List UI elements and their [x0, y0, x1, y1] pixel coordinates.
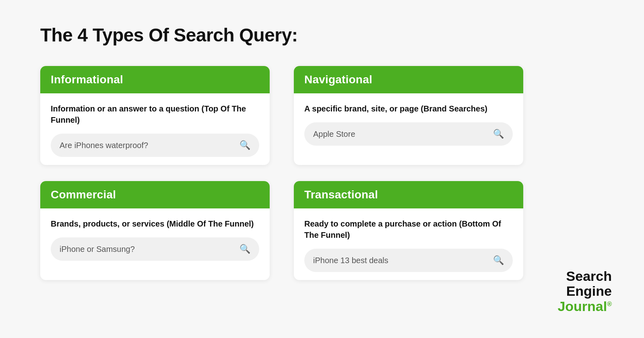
card-header-title-transactional: Transactional	[304, 188, 378, 201]
card-header-informational: Informational	[40, 66, 270, 93]
search-icon-navigational: 🔍	[493, 129, 504, 139]
card-description-navigational: A specific brand, site, or page (Brand S…	[304, 103, 513, 114]
card-informational: Informational Information or an answer t…	[40, 66, 270, 165]
search-box-informational[interactable]: Are iPhones waterproof? 🔍	[51, 134, 259, 157]
card-body-transactional: Ready to complete a purchase or action (…	[294, 208, 523, 280]
card-commercial: Commercial Brands, products, or services…	[40, 181, 270, 280]
search-query-informational: Are iPhones waterproof?	[60, 141, 148, 150]
search-box-navigational[interactable]: Apple Store 🔍	[304, 122, 513, 146]
card-transactional: Transactional Ready to complete a purcha…	[294, 181, 523, 280]
card-header-navigational: Navigational	[294, 66, 523, 93]
page-title: The 4 Types Of Search Query:	[40, 24, 523, 46]
search-query-commercial: iPhone or Samsung?	[60, 245, 135, 254]
logo-line2: Engine	[557, 284, 612, 299]
search-query-transactional: iPhone 13 best deals	[313, 256, 388, 265]
card-body-commercial: Brands, products, or services (Middle Of…	[40, 208, 270, 269]
card-description-informational: Information or an answer to a question (…	[51, 103, 259, 126]
search-icon-transactional: 🔍	[493, 255, 504, 266]
search-query-navigational: Apple Store	[313, 130, 355, 139]
card-header-title-navigational: Navigational	[304, 73, 372, 86]
search-box-transactional[interactable]: iPhone 13 best deals 🔍	[304, 249, 513, 272]
card-header-title-informational: Informational	[51, 73, 123, 86]
brand-logo: Search Engine Journal®	[557, 269, 612, 314]
search-icon-commercial: 🔍	[239, 244, 250, 254]
search-box-commercial[interactable]: iPhone or Samsung? 🔍	[51, 237, 259, 261]
logo-line1: Search	[557, 269, 612, 284]
card-header-title-commercial: Commercial	[51, 188, 116, 201]
card-body-navigational: A specific brand, site, or page (Brand S…	[294, 93, 523, 154]
logo-line3: Journal®	[557, 299, 612, 314]
search-icon-informational: 🔍	[239, 140, 250, 150]
card-header-commercial: Commercial	[40, 181, 270, 208]
card-header-transactional: Transactional	[294, 181, 523, 208]
card-navigational: Navigational A specific brand, site, or …	[294, 66, 523, 165]
cards-grid: Informational Information or an answer t…	[40, 66, 523, 280]
card-body-informational: Information or an answer to a question (…	[40, 93, 270, 165]
card-description-transactional: Ready to complete a purchase or action (…	[304, 218, 513, 241]
card-description-commercial: Brands, products, or services (Middle Of…	[51, 218, 259, 229]
page-container: The 4 Types Of Search Query: Information…	[0, 0, 564, 296]
